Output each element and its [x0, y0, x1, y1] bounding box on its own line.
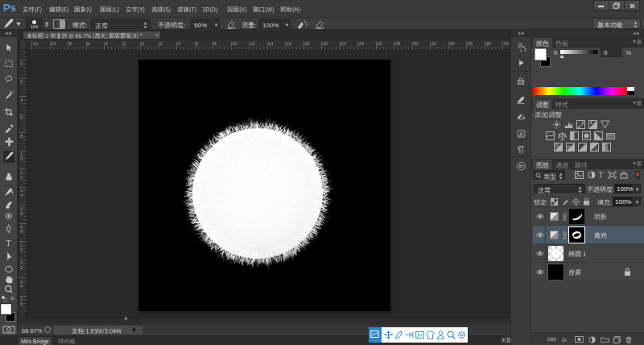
svg-text:Br: Br	[519, 164, 524, 168]
svg-text:T: T	[6, 239, 11, 247]
svg-text:fx.: fx.	[562, 336, 568, 343]
svg-text:A: A	[519, 131, 523, 138]
